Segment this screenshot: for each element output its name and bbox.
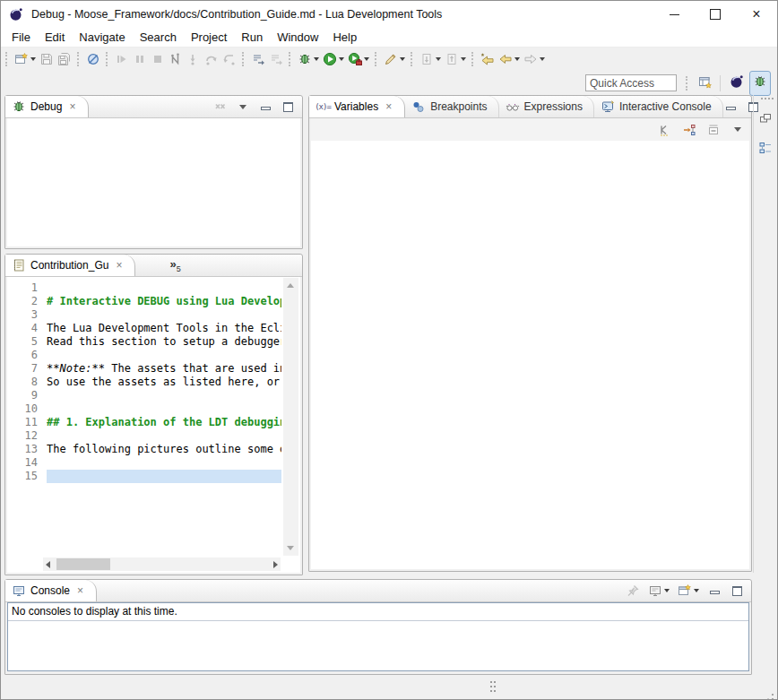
display-selected-console-dropdown-arrow[interactable] bbox=[664, 589, 670, 592]
back-dropdown-arrow[interactable] bbox=[514, 57, 520, 61]
window-maximize-button[interactable] bbox=[695, 1, 736, 28]
display-selected-console-button[interactable] bbox=[647, 583, 670, 599]
editor-line-15[interactable]: 15 bbox=[7, 470, 281, 483]
menu-edit[interactable]: Edit bbox=[38, 29, 72, 46]
status-drag-handle[interactable] bbox=[490, 681, 492, 683]
window-resize-grip[interactable] bbox=[772, 694, 774, 696]
external-tools-dropdown-arrow[interactable] bbox=[364, 57, 369, 61]
view-menu-button[interactable] bbox=[729, 121, 747, 139]
debug-view-content[interactable] bbox=[7, 118, 300, 246]
maximize-button[interactable] bbox=[729, 583, 745, 599]
menu-file[interactable]: File bbox=[4, 29, 38, 46]
lua-perspective-button[interactable] bbox=[726, 71, 748, 96]
debug-perspective-button[interactable] bbox=[749, 71, 771, 96]
next-annotation-button[interactable] bbox=[418, 50, 443, 68]
tab-breakpoints[interactable]: Breakpoints bbox=[405, 96, 498, 117]
window-minimize-button[interactable] bbox=[653, 1, 695, 28]
editor-line-8[interactable]: 8So use the assets as listed here, or bbox=[7, 376, 281, 389]
pin-console-button[interactable] bbox=[625, 583, 641, 599]
minimize-button[interactable] bbox=[257, 99, 273, 115]
tab-variables[interactable]: (x)=Variables× bbox=[309, 96, 405, 117]
menu-window[interactable]: Window bbox=[270, 29, 325, 46]
quick-access-input[interactable] bbox=[585, 74, 677, 91]
tab-debug[interactable]: Debug × bbox=[5, 96, 89, 117]
editor-line-14[interactable]: 14 bbox=[7, 456, 281, 470]
tab-contribution-guide[interactable]: Contribution_Gu × bbox=[5, 255, 135, 276]
editor-text-area[interactable]: 12# Interactive DEBUG using Lua Develop3… bbox=[7, 281, 281, 557]
debug-button[interactable] bbox=[296, 50, 321, 68]
menu-search[interactable]: Search bbox=[133, 29, 184, 46]
skip-all-breakpoints-button[interactable] bbox=[84, 50, 102, 68]
suspend-button[interactable] bbox=[131, 50, 149, 68]
menu-navigate[interactable]: Navigate bbox=[72, 29, 132, 46]
minimize-button[interactable] bbox=[706, 583, 722, 599]
scroll-down-arrow[interactable] bbox=[287, 546, 294, 550]
debug-dropdown-arrow[interactable] bbox=[314, 57, 319, 61]
forward-dropdown-arrow[interactable] bbox=[540, 57, 545, 61]
save-all-button[interactable] bbox=[56, 50, 73, 68]
toolbar-grip[interactable] bbox=[411, 52, 415, 66]
terminate-button[interactable] bbox=[149, 50, 167, 68]
menu-help[interactable]: Help bbox=[325, 29, 364, 46]
editor-line-7[interactable]: 7**Note:** The assets that are used in bbox=[7, 362, 281, 376]
window-close-button[interactable]: × bbox=[736, 1, 777, 28]
previous-annotation-button[interactable] bbox=[443, 50, 468, 68]
toolbar-grip[interactable] bbox=[289, 52, 293, 66]
toolbar-grip[interactable] bbox=[242, 52, 246, 66]
maximize-button[interactable] bbox=[280, 99, 296, 115]
open-perspective-button[interactable] bbox=[695, 71, 716, 96]
step-over-button[interactable] bbox=[203, 50, 220, 68]
save-button[interactable] bbox=[38, 50, 56, 68]
back-button[interactable] bbox=[497, 50, 522, 68]
open-console-dropdown-arrow[interactable] bbox=[694, 589, 699, 592]
step-return-button[interactable] bbox=[220, 50, 238, 68]
collapse-all-button[interactable] bbox=[705, 121, 722, 139]
editor-line-3[interactable]: 3 bbox=[7, 308, 281, 322]
menu-project[interactable]: Project bbox=[184, 29, 234, 46]
step-into-button[interactable] bbox=[185, 50, 203, 68]
toolbar-grip[interactable] bbox=[375, 52, 379, 66]
menu-run[interactable]: Run bbox=[234, 29, 270, 46]
scroll-right-arrow[interactable] bbox=[273, 561, 278, 568]
open-console-button[interactable] bbox=[677, 583, 700, 599]
scroll-up-arrow[interactable] bbox=[287, 283, 294, 288]
editor-line-10[interactable]: 10 bbox=[7, 402, 281, 416]
editor-line-6[interactable]: 6 bbox=[7, 349, 281, 362]
more-editors-chevron[interactable]: »5 bbox=[169, 257, 180, 273]
view-menu-button[interactable] bbox=[235, 99, 251, 115]
show-logical-structures-button[interactable] bbox=[680, 121, 698, 139]
editor-line-12[interactable]: 12 bbox=[7, 429, 281, 443]
editor-line-13[interactable]: 13The following pictures outline some o bbox=[7, 443, 281, 456]
previous-annotation-dropdown-arrow[interactable] bbox=[461, 57, 466, 61]
remove-all-terminated-button[interactable] bbox=[212, 99, 229, 115]
show-type-names-button[interactable] bbox=[656, 121, 674, 139]
editor-horizontal-scrollbar[interactable] bbox=[43, 557, 281, 571]
toolbar-grip[interactable] bbox=[471, 52, 476, 66]
editor-line-9[interactable]: 9 bbox=[7, 389, 281, 402]
restore-view-button[interactable] bbox=[756, 109, 774, 131]
editor-line-5[interactable]: 5Read this section to setup a debugger bbox=[7, 335, 281, 349]
toolbar-grip[interactable] bbox=[5, 52, 10, 66]
editor-vertical-scrollbar[interactable] bbox=[283, 278, 298, 556]
minimize-button[interactable] bbox=[723, 99, 739, 115]
scrollbar-thumb[interactable] bbox=[56, 558, 110, 570]
console-content[interactable]: No consoles to display at this time. bbox=[7, 602, 749, 671]
outline-view-button[interactable] bbox=[756, 139, 774, 160]
console-tab-close-icon[interactable]: × bbox=[77, 584, 83, 597]
toolbar-grip[interactable] bbox=[686, 76, 690, 91]
tab-interactive-console[interactable]: Interactive Console bbox=[594, 96, 723, 117]
debug-tab-close-icon[interactable]: × bbox=[69, 100, 75, 113]
new-wizard-dropdown-arrow[interactable] bbox=[30, 57, 36, 61]
run-dropdown-arrow[interactable] bbox=[339, 57, 344, 61]
pencil-dropdown-arrow[interactable] bbox=[400, 57, 405, 61]
editor-line-4[interactable]: 4The Lua Development Tools in the Ecli bbox=[7, 322, 281, 335]
drop-to-frame-button[interactable] bbox=[249, 50, 267, 68]
pencil-button[interactable] bbox=[382, 50, 407, 68]
disconnect-button[interactable] bbox=[167, 50, 185, 68]
resume-button[interactable] bbox=[113, 50, 131, 68]
run-button[interactable] bbox=[321, 50, 346, 68]
scroll-left-arrow[interactable] bbox=[46, 561, 50, 568]
tab-expressions[interactable]: Expressions bbox=[499, 96, 594, 117]
tab-console[interactable]: Console × bbox=[5, 580, 97, 601]
editor-line-2[interactable]: 2# Interactive DEBUG using Lua Develop bbox=[7, 295, 281, 308]
